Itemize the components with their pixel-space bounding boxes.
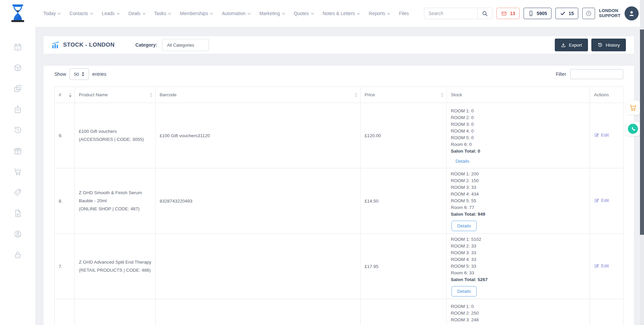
scrollbar-thumb[interactable] [640, 30, 644, 235]
nav-item-marketing[interactable]: Marketing [259, 11, 285, 16]
col-header-price[interactable]: Price [361, 87, 447, 103]
stock-line: ROOM 5: 33 [451, 263, 586, 270]
nav-item-automation[interactable]: Automation [222, 11, 251, 16]
bag-download-icon [13, 105, 22, 114]
sidebar-item-lock[interactable] [13, 251, 22, 259]
stock-line: ROOM 3: 33 [451, 250, 586, 256]
stock-line: ROOM 4: 434 [451, 191, 586, 198]
details-button[interactable]: Details [451, 221, 477, 231]
category-select[interactable]: All Categories [162, 39, 209, 51]
edit-button[interactable]: Edit [594, 198, 609, 203]
sidebar-item-price-tag[interactable]: $ [13, 188, 22, 197]
sidebar-item-bag-download[interactable] [13, 105, 22, 114]
nav-item-contacts[interactable]: Contacts [69, 11, 93, 16]
call-widget-button[interactable] [626, 122, 640, 136]
cart-icon [13, 167, 22, 176]
user-circle-icon [13, 230, 22, 238]
col-header-product-name[interactable]: Product Name [75, 87, 156, 103]
cell-price: £14.50 [361, 168, 447, 234]
details-button[interactable]: Details [455, 159, 469, 164]
cell-price [361, 299, 447, 325]
chevron-down-icon [168, 13, 171, 15]
nav-item-label: Deals [128, 11, 141, 16]
nav-item-quotes[interactable]: Quotes [294, 11, 314, 16]
nav-item-label: Reports [369, 11, 385, 16]
col-header-barcode[interactable]: Barcode [156, 87, 361, 103]
cart-widget-button[interactable] [626, 101, 640, 115]
sidebar-item-gift[interactable] [13, 147, 22, 155]
stock-table: #Product NameBarcodePriceStockActions 9.… [54, 87, 624, 325]
nav-item-reports[interactable]: Reports [369, 11, 390, 16]
topbar: TodayContactsLeadsDealsTasksMembershipsA… [0, 0, 644, 27]
cell-row-number: 8. [55, 168, 75, 234]
cell-barcode [156, 299, 361, 325]
stock-line: Room 6: 77 [451, 204, 586, 211]
filter-input[interactable] [570, 69, 623, 79]
details-button[interactable]: Details [451, 286, 477, 296]
chevron-down-icon [117, 13, 120, 15]
sidebar-item-history[interactable] [13, 126, 22, 134]
sidebar-item-user-circle[interactable] [13, 230, 22, 238]
download-icon [561, 43, 566, 48]
sidebar-item-clone[interactable] [13, 84, 22, 93]
table-header-row: #Product NameBarcodePriceStockActions [55, 87, 624, 103]
badge-count: 13 [510, 11, 515, 16]
edit-label: Edit [601, 132, 609, 138]
col-header-num[interactable]: # [55, 87, 75, 103]
nav-item-label: Tasks [154, 11, 166, 16]
question-icon: ? [585, 10, 592, 17]
table-row: 7.Z GHD Advanced Split End Therapy(RETAI… [55, 234, 624, 299]
cart-icon [629, 104, 637, 112]
badge-count: 5905 [537, 11, 547, 16]
app-logo[interactable] [0, 4, 35, 22]
salon-total: Salon Total: 0 [451, 148, 586, 155]
updown-arrows-icon [82, 72, 85, 76]
export-button[interactable]: Export [555, 39, 588, 51]
stock-chart-icon [52, 41, 60, 49]
stock-line: ROOM 2: 33 [451, 243, 586, 250]
avatar[interactable] [625, 6, 639, 20]
stock-line: Room 6: 0 [451, 141, 586, 148]
col-header-label: Price [365, 92, 375, 97]
nav-item-files[interactable]: Files [399, 11, 409, 16]
page-size-select[interactable]: 50 [69, 68, 89, 80]
filter-wrap: Filter [556, 69, 623, 79]
badge-tasks-done[interactable]: 15 [555, 8, 578, 19]
nav-item-label: Leads [102, 11, 115, 16]
edit-button[interactable]: Edit [594, 132, 609, 138]
edit-button[interactable]: Edit [594, 263, 609, 268]
search-input[interactable] [424, 8, 477, 19]
nav-item-tasks[interactable]: Tasks [154, 11, 171, 16]
scrollbar-track[interactable] [640, 0, 644, 325]
search-button[interactable] [477, 8, 492, 19]
help-button[interactable]: ? [582, 8, 595, 19]
sidebar-item-package[interactable] [13, 63, 22, 72]
nav-item-label: Marketing [259, 11, 280, 16]
sidebar-item-cart[interactable] [13, 167, 22, 176]
stock-line: ROOM 1: 5102 [451, 236, 586, 243]
topbar-right: 13590515 ? LONDON SUPPORT [424, 6, 639, 20]
nav-item-today[interactable]: Today [43, 11, 61, 16]
badge-calls[interactable]: 5905 [524, 8, 551, 19]
main-nav: TodayContactsLeadsDealsTasksMembershipsA… [43, 11, 409, 16]
history-button[interactable]: History [591, 39, 626, 51]
show-label: Show [54, 71, 66, 77]
badge-messages[interactable]: 13 [496, 8, 520, 19]
nav-item-memberships[interactable]: Memberships [180, 11, 213, 16]
history-icon [597, 42, 603, 48]
nav-item-leads[interactable]: Leads [102, 11, 120, 16]
cell-product-name: Z GHD Advanced Split End Therapy(RETAIL … [75, 234, 156, 299]
salon-total: Salon Total: 949 [451, 211, 586, 218]
col-header-label: Barcode [160, 92, 176, 97]
edit-icon [594, 198, 599, 203]
entries-label: entries [92, 71, 106, 77]
page-header-card: STOCK - LONDON Category: All Categories … [44, 36, 634, 54]
nav-item-notes-and-letters[interactable]: Notes & Letters [323, 11, 360, 16]
sidebar-item-report-file[interactable] [13, 209, 22, 218]
nav-item-deals[interactable]: Deals [128, 11, 146, 16]
lock-icon [13, 251, 22, 259]
sidebar-item-calendar[interactable]: 12 [13, 43, 22, 51]
page-title: STOCK - LONDON [63, 42, 115, 48]
cell-product-name: £100 Gift vouchers(ACCESSORIES | CODE: 3… [75, 103, 156, 168]
cell-product-name [75, 299, 156, 325]
